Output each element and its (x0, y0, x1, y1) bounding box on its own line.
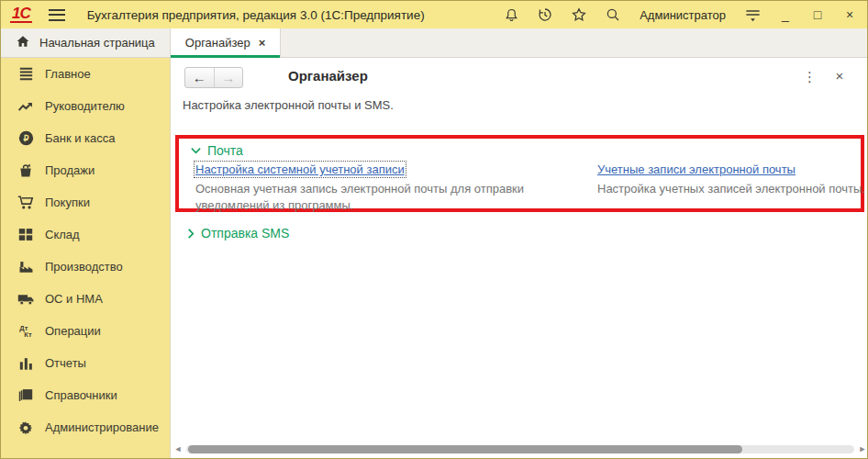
main-menu-icon[interactable] (49, 9, 65, 21)
home-icon (16, 35, 30, 50)
sidebar-item-operations[interactable]: ДтКт Операции (1, 315, 170, 347)
sidebar-item-production[interactable]: Производство (1, 251, 170, 283)
tab-home-label: Начальная страница (39, 36, 155, 50)
factory-icon (16, 258, 36, 276)
link-system-account[interactable]: Настройка системной учетной записи (195, 162, 405, 176)
tab-organizer[interactable]: Органайзер × (171, 28, 282, 57)
trend-chart-icon (16, 97, 36, 116)
forward-button[interactable]: → (215, 68, 243, 87)
scroll-right-icon[interactable]: ► (856, 444, 868, 453)
sidebar-item-fixed-assets[interactable]: ОС и НМА (1, 283, 170, 315)
window-title: Бухгалтерия предприятия, редакция 3.0 (1… (87, 8, 425, 22)
section-mail-header[interactable]: Почта (191, 143, 243, 158)
gear-icon (16, 419, 36, 437)
maximize-button[interactable]: □ (809, 6, 826, 23)
minimize-button[interactable]: _ (777, 6, 794, 23)
notifications-bell-icon[interactable] (502, 6, 520, 24)
chevron-down-icon (191, 147, 201, 154)
title-bar: 1С Бухгалтерия предприятия, редакция 3.0… (1, 1, 867, 28)
favorites-star-icon[interactable] (570, 6, 588, 24)
truck-icon (16, 290, 36, 308)
bar-chart-icon (16, 354, 36, 373)
scrollbar-track[interactable] (186, 445, 854, 453)
mail-link-block: Учетные записи электронной почты Настрой… (597, 162, 865, 197)
sidebar-item-administration[interactable]: Администрирование (1, 411, 170, 443)
more-menu-icon[interactable]: ⋮ (802, 69, 817, 85)
sidebar-item-reports[interactable]: Отчеты (1, 347, 170, 379)
1c-logo: 1С (10, 6, 32, 23)
section-sms-header[interactable]: Отправка SMS (187, 226, 289, 241)
current-user[interactable]: Администратор (640, 8, 726, 22)
chevron-right-icon (187, 229, 195, 239)
history-icon[interactable] (536, 6, 554, 24)
link-email-accounts-description: Настройка учетных записей электронной по… (597, 181, 865, 197)
tab-home[interactable]: Начальная страница (1, 28, 171, 57)
shopping-cart-icon (16, 194, 36, 212)
tab-bar: Начальная страница Органайзер × (1, 28, 867, 58)
sidebar-item-warehouse[interactable]: Склад (1, 218, 170, 251)
sidebar-item-main[interactable]: Главное (1, 58, 170, 90)
sidebar-item-purchases[interactable]: Покупки (1, 186, 170, 218)
mail-section-highlight: Почта Настройка системной учетной записи… (175, 135, 864, 212)
page-subtitle: Настройка электронной почты и SMS. (183, 98, 394, 112)
section-mail-title: Почта (207, 143, 243, 158)
tab-organizer-label: Органайзер (185, 36, 250, 50)
page-title: Органайзер (288, 68, 368, 84)
books-icon (16, 386, 36, 405)
scroll-left-icon[interactable]: ◄ (172, 444, 184, 453)
grid-blocks-icon (16, 226, 36, 244)
sidebar-item-bank-cash[interactable]: ₽ Банк и касса (1, 122, 170, 154)
sidebar-item-sales[interactable]: Продажи (1, 154, 170, 186)
tab-close-icon[interactable]: × (259, 36, 266, 50)
panel-close-icon[interactable]: × (832, 68, 847, 84)
search-icon[interactable] (604, 6, 622, 24)
mail-link-block: Настройка системной учетной записи Основ… (195, 162, 562, 214)
menu-lines-icon (16, 65, 36, 84)
debit-credit-icon: ДтКт (16, 322, 36, 341)
shopping-bag-icon (16, 162, 36, 180)
horizontal-scrollbar: ◄ ► (172, 442, 868, 455)
section-sms-title: Отправка SMS (201, 226, 289, 241)
link-system-account-description: Основная учетная запись электронной почт… (195, 181, 562, 214)
content-panel: ← → Органайзер ⋮ × Настройка электронной… (172, 58, 868, 459)
close-button[interactable]: × (841, 6, 858, 23)
service-settings-icon[interactable] (743, 6, 762, 24)
sidebar: Главное Руководителю ₽ Банк и касса Прод… (1, 58, 171, 459)
link-email-accounts[interactable]: Учетные записи электронной почты (597, 162, 796, 176)
sidebar-item-manager[interactable]: Руководителю (1, 90, 170, 122)
scrollbar-thumb[interactable] (188, 445, 742, 453)
sidebar-item-directories[interactable]: Справочники (1, 379, 170, 411)
svg-text:₽: ₽ (23, 134, 28, 143)
nav-button-group: ← → (184, 67, 243, 88)
app-window: 1С Бухгалтерия предприятия, редакция 3.0… (0, 0, 868, 459)
ruble-coin-icon: ₽ (16, 129, 36, 148)
back-button[interactable]: ← (185, 68, 215, 87)
